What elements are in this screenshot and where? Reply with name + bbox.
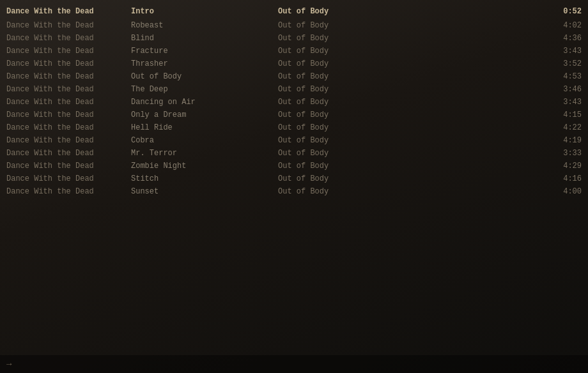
track-duration: 4:22 <box>543 123 582 132</box>
track-artist: Dance With the Dead <box>6 162 131 171</box>
header-title: Intro <box>131 7 278 16</box>
track-row[interactable]: Dance With the DeadZombie NightOut of Bo… <box>0 160 588 172</box>
track-title: Fracture <box>131 47 278 56</box>
track-title: Only a Dream <box>131 110 278 119</box>
track-row[interactable]: Dance With the DeadRobeastOut of Body4:0… <box>0 19 588 32</box>
track-title: Dancing on Air <box>131 98 278 107</box>
track-duration: 3:46 <box>543 85 582 94</box>
track-row[interactable]: Dance With the DeadThe DeepOut of Body3:… <box>0 83 588 96</box>
track-artist: Dance With the Dead <box>6 187 131 196</box>
track-row[interactable]: Dance With the DeadOnly a DreamOut of Bo… <box>0 109 588 121</box>
track-duration: 4:29 <box>543 162 582 171</box>
track-row[interactable]: Dance With the DeadSunsetOut of Body4:00 <box>0 185 588 198</box>
track-row[interactable]: Dance With the DeadBlindOut of Body4:36 <box>0 32 588 45</box>
track-title: Out of Body <box>131 72 278 81</box>
track-artist: Dance With the Dead <box>6 149 131 158</box>
track-row[interactable]: Dance With the DeadMr. TerrorOut of Body… <box>0 147 588 160</box>
track-row[interactable]: Dance With the DeadHell RideOut of Body4… <box>0 121 588 134</box>
track-album: Out of Body <box>278 187 543 196</box>
track-artist: Dance With the Dead <box>6 34 131 43</box>
track-artist: Dance With the Dead <box>6 123 131 132</box>
track-title: Blind <box>131 34 278 43</box>
track-duration: 4:53 <box>543 72 582 81</box>
track-row[interactable]: Dance With the DeadThrasherOut of Body3:… <box>0 57 588 70</box>
track-title: Zombie Night <box>131 162 278 171</box>
track-duration: 3:33 <box>543 149 582 158</box>
track-duration: 4:15 <box>543 110 582 119</box>
header-artist: Dance With the Dead <box>6 7 131 16</box>
track-album: Out of Body <box>278 136 543 145</box>
track-title: Mr. Terror <box>131 149 278 158</box>
track-title: Hell Ride <box>131 123 278 132</box>
track-artist: Dance With the Dead <box>6 47 131 56</box>
track-duration: 4:36 <box>543 34 582 43</box>
track-duration: 4:19 <box>543 136 582 145</box>
track-artist: Dance With the Dead <box>6 85 131 94</box>
track-album: Out of Body <box>278 85 543 94</box>
track-album: Out of Body <box>278 47 543 56</box>
header-album: Out of Body <box>278 7 543 16</box>
track-duration: 3:43 <box>543 98 582 107</box>
track-title: The Deep <box>131 85 278 94</box>
track-row[interactable]: Dance With the DeadCobraOut of Body4:19 <box>0 134 588 147</box>
track-artist: Dance With the Dead <box>6 136 131 145</box>
track-duration: 3:52 <box>543 59 582 68</box>
track-duration: 4:16 <box>543 174 582 183</box>
track-duration: 4:00 <box>543 187 582 196</box>
track-artist: Dance With the Dead <box>6 98 131 107</box>
track-album: Out of Body <box>278 59 543 68</box>
track-title: Robeast <box>131 21 278 30</box>
track-album: Out of Body <box>278 34 543 43</box>
track-title: Cobra <box>131 136 278 145</box>
track-duration: 3:43 <box>543 47 582 56</box>
track-list-header: Dance With the Dead Intro Out of Body 0:… <box>0 5 588 18</box>
track-duration: 4:02 <box>543 21 582 30</box>
header-duration: 0:52 <box>543 7 582 16</box>
track-title: Stitch <box>131 174 278 183</box>
track-row[interactable]: Dance With the DeadFractureOut of Body3:… <box>0 45 588 57</box>
track-artist: Dance With the Dead <box>6 110 131 119</box>
track-album: Out of Body <box>278 123 543 132</box>
track-artist: Dance With the Dead <box>6 72 131 81</box>
track-list: Dance With the Dead Intro Out of Body 0:… <box>0 0 588 203</box>
track-title: Sunset <box>131 187 278 196</box>
track-artist: Dance With the Dead <box>6 174 131 183</box>
track-album: Out of Body <box>278 21 543 30</box>
track-artist: Dance With the Dead <box>6 21 131 30</box>
track-row[interactable]: Dance With the DeadDancing on AirOut of … <box>0 96 588 109</box>
track-album: Out of Body <box>278 110 543 119</box>
track-artist: Dance With the Dead <box>6 59 131 68</box>
track-album: Out of Body <box>278 174 543 183</box>
bottom-bar: → <box>0 355 588 373</box>
track-title: Thrasher <box>131 59 278 68</box>
arrow-icon: → <box>6 359 12 369</box>
track-album: Out of Body <box>278 98 543 107</box>
track-row[interactable]: Dance With the DeadStitchOut of Body4:16 <box>0 172 588 185</box>
track-row[interactable]: Dance With the DeadOut of BodyOut of Bod… <box>0 70 588 83</box>
track-album: Out of Body <box>278 72 543 81</box>
track-album: Out of Body <box>278 162 543 171</box>
track-album: Out of Body <box>278 149 543 158</box>
